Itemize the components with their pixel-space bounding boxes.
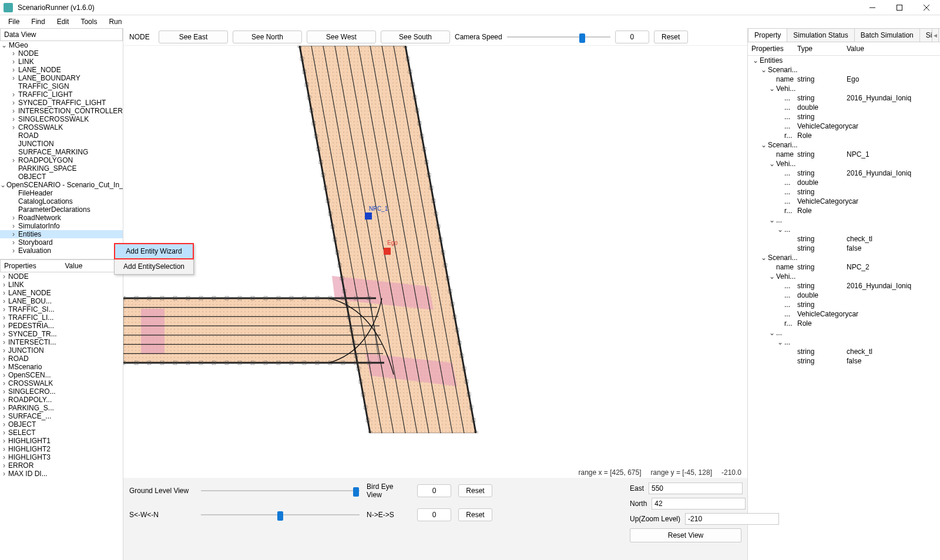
prop-item-label[interactable]: SYNCED_TR... <box>8 330 57 338</box>
prop-item-label[interactable]: SINGLECRO... <box>8 387 56 396</box>
tree-expand-icon[interactable]: › <box>9 123 18 131</box>
data-view-tree[interactable]: ⌄MGeo›NODE›LINK›LANE_NODE›LANE_BOUNDARYT… <box>0 41 123 259</box>
property-row[interactable]: ...double <box>748 103 940 112</box>
ground-bird-slider[interactable] <box>201 486 360 495</box>
prop-expand-icon[interactable]: › <box>0 322 8 330</box>
tree-expand-icon[interactable]: › <box>9 90 18 99</box>
add-entity-wizard-item[interactable]: Add Entity Wizard <box>115 244 193 259</box>
tree-item-label[interactable]: OBJECT <box>18 173 46 181</box>
prop-expand-icon[interactable]: › <box>0 437 8 445</box>
property-row[interactable]: ⌄... <box>748 215 940 225</box>
tree-expand-icon[interactable]: ⌄ <box>0 181 6 189</box>
property-row[interactable]: stringcheck_tl <box>748 347 940 356</box>
tree-item-label[interactable]: SINGLECROSSWALK <box>18 115 89 123</box>
prop-expand-icon[interactable]: › <box>0 461 8 470</box>
property-table[interactable]: ⌄Entities⌄Scenari...namestringEgo⌄Vehi..… <box>748 56 940 560</box>
menu-edit[interactable]: Edit <box>51 16 75 27</box>
prop-item-label[interactable]: OpenSCEN... <box>8 371 51 379</box>
property-row[interactable]: ...string2016_Hyundai_Ioniq <box>748 281 940 291</box>
tree-item-label[interactable]: MGeo <box>8 41 28 49</box>
add-entity-selection-item[interactable]: Add EntitySelection <box>115 259 193 274</box>
menu-tools[interactable]: Tools <box>75 16 103 27</box>
property-row[interactable]: ⌄Vehi... <box>748 84 940 93</box>
prop-expand-icon[interactable]: › <box>0 297 8 305</box>
property-row[interactable]: ⌄Scenari... <box>748 140 940 150</box>
prop-expand-icon[interactable]: › <box>0 313 8 322</box>
tree-item-label[interactable]: OpenSCENARIO - Scenario_Cut_In_1 <box>6 181 123 189</box>
camera-reset-button[interactable]: Reset <box>654 31 688 43</box>
property-row[interactable]: ...VehicleCategorycar <box>748 122 940 131</box>
map-viewport[interactable]: NPC_1 Ego <box>123 46 747 478</box>
prop-item-label[interactable]: HIGHLIGHT3 <box>8 453 51 461</box>
tab-property[interactable]: Property <box>748 28 787 42</box>
property-row[interactable]: ⌄Vehi... <box>748 272 940 281</box>
prop-expand-icon[interactable]: › <box>0 445 8 453</box>
tree-item-label[interactable]: CROSSWALK <box>18 123 63 131</box>
property-row[interactable]: namestringEgo <box>748 75 940 84</box>
prop-expand-icon[interactable]: › <box>0 281 8 289</box>
tree-item-label[interactable]: PARKING_SPACE <box>18 164 77 173</box>
prop-item-label[interactable]: JUNCTION <box>8 346 44 355</box>
menu-run[interactable]: Run <box>103 16 127 27</box>
tab-batch-simulation[interactable]: Batch Simulation <box>854 28 920 42</box>
property-row[interactable]: r...Role <box>748 206 940 215</box>
property-row[interactable]: stringfalse <box>748 244 940 253</box>
property-row[interactable]: ...string <box>748 187 940 197</box>
tree-item-label[interactable]: TRAFFIC_LIGHT <box>18 90 73 99</box>
npc1-marker[interactable] <box>365 212 372 220</box>
tree-expand-icon[interactable]: › <box>9 156 18 164</box>
swn-nes-value[interactable]: 0 <box>417 508 451 521</box>
prop-expand-icon[interactable]: › <box>0 404 8 412</box>
property-row[interactable]: ...VehicleCategorycar <box>748 309 940 319</box>
tree-item-label[interactable]: Evaluation <box>18 247 51 255</box>
prop-item-label[interactable]: MScenario <box>8 363 42 371</box>
see-west-button[interactable]: See West <box>307 31 376 43</box>
prop-item-label[interactable]: LANE_NODE <box>8 289 51 297</box>
prop-item-label[interactable]: TRAFFIC_SI... <box>8 305 55 313</box>
ground-bird-value[interactable]: 0 <box>417 484 451 497</box>
see-east-button[interactable]: See East <box>159 31 228 43</box>
tree-item-label[interactable]: ROAD <box>18 131 39 140</box>
reset-view-button[interactable]: Reset View <box>630 528 741 542</box>
prop-expand-icon[interactable]: › <box>0 420 8 429</box>
prop-expand-icon[interactable]: › <box>0 338 8 346</box>
property-row[interactable]: ...string <box>748 300 940 309</box>
swn-nes-reset-button[interactable]: Reset <box>458 508 492 521</box>
tree-item-label[interactable]: SURFACE_MARKING <box>18 148 88 156</box>
prop-expand-icon[interactable]: › <box>0 363 8 371</box>
prop-item-label[interactable]: LANE_BOU... <box>8 297 52 305</box>
window-maximize-button[interactable] <box>886 0 913 15</box>
zoom-input[interactable] <box>685 513 779 525</box>
prop-expand-icon[interactable]: › <box>0 470 8 478</box>
tree-item-label[interactable]: SimulatorInfo <box>18 222 60 230</box>
tree-expand-icon[interactable]: › <box>9 49 18 58</box>
tree-item-label[interactable]: LANE_BOUNDARY <box>18 74 80 82</box>
prow-expand-icon[interactable]: ⌄ <box>760 141 768 149</box>
tree-expand-icon[interactable]: › <box>9 66 18 74</box>
property-row[interactable]: ⌄... <box>748 225 940 234</box>
prop-item-label[interactable]: MAX ID DI... <box>8 470 48 478</box>
prow-expand-icon[interactable]: ⌄ <box>768 85 776 93</box>
property-row[interactable]: namestringNPC_2 <box>748 262 940 272</box>
prow-expand-icon[interactable]: ⌄ <box>776 225 784 234</box>
property-row[interactable]: r...Role <box>748 319 940 328</box>
north-input[interactable] <box>652 498 746 510</box>
tree-item-label[interactable]: INTERSECTION_CONTROLLER <box>18 107 123 115</box>
swn-nes-slider[interactable] <box>201 510 360 519</box>
tree-item-label[interactable]: CatalogLocations <box>18 197 73 205</box>
tree-expand-icon[interactable]: › <box>9 238 18 247</box>
prop-item-label[interactable]: NODE <box>8 272 29 281</box>
prop-item-label[interactable]: PEDESTRIA... <box>8 322 54 330</box>
tree-item-label[interactable]: RoadNetwork <box>18 214 61 222</box>
property-row[interactable]: ⌄... <box>748 328 940 338</box>
property-row[interactable]: ...string <box>748 112 940 122</box>
window-minimize-button[interactable] <box>859 0 886 15</box>
prop-item-label[interactable]: ERROR <box>8 461 33 470</box>
property-row[interactable]: ⌄Entities <box>748 56 940 65</box>
prow-expand-icon[interactable]: ⌄ <box>768 329 776 337</box>
prow-expand-icon[interactable]: ⌄ <box>768 216 776 224</box>
prop-expand-icon[interactable]: › <box>0 396 8 404</box>
tree-expand-icon[interactable]: › <box>9 74 18 82</box>
tree-item-label[interactable]: Entities <box>18 230 41 238</box>
prop-expand-icon[interactable]: › <box>0 453 8 461</box>
